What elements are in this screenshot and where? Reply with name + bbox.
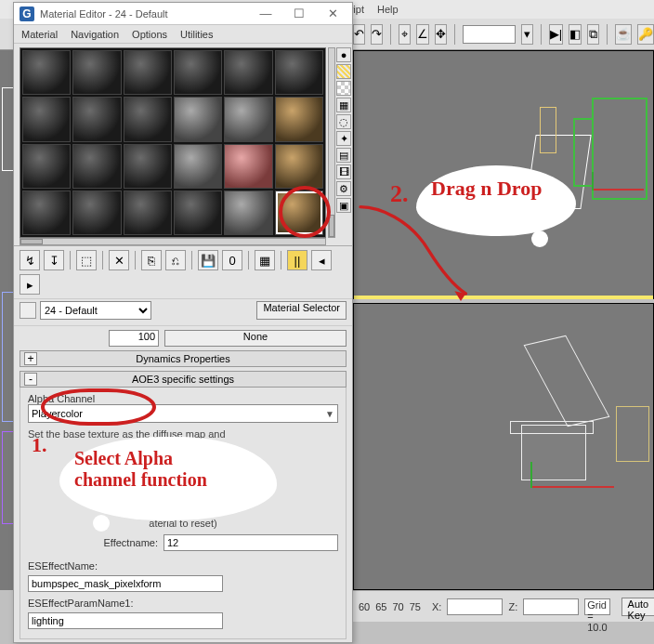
tick-65: 65 — [375, 601, 386, 612]
menu-options[interactable]: Options — [132, 29, 167, 40]
eseffectparamname1-field[interactable] — [28, 612, 223, 629]
select-by-mat-icon[interactable]: ▣ — [336, 198, 351, 213]
background-icon[interactable] — [336, 81, 351, 96]
make-unique-icon[interactable]: ⎌ — [165, 250, 186, 270]
coord-x-field[interactable] — [447, 598, 503, 615]
sample-slot[interactable] — [174, 50, 222, 95]
sample-slot[interactable] — [174, 191, 222, 235]
make-copy-icon[interactable]: ⎘ — [141, 250, 162, 270]
toolbar-sep — [454, 24, 455, 45]
backlight-icon[interactable] — [336, 64, 351, 79]
sample-slot[interactable] — [22, 191, 71, 235]
go-parent-icon[interactable]: ◂ — [311, 250, 332, 270]
put-to-scene-icon[interactable]: ↧ — [44, 250, 64, 270]
angle-snap-icon[interactable]: ∠ — [416, 24, 429, 45]
expand-icon[interactable]: + — [24, 352, 37, 365]
material-name-combo[interactable]: 24 - Default — [40, 301, 151, 320]
camera-icon[interactable]: ▤ — [336, 148, 351, 163]
put-to-library-icon[interactable]: 💾 — [198, 250, 218, 270]
go-sibling-icon[interactable]: ▸ — [20, 274, 40, 295]
align-icon[interactable]: ◧ — [569, 24, 582, 45]
alpha-channel-combo[interactable]: Playercolor ▼ — [28, 404, 338, 423]
get-material-icon[interactable]: ↯ — [20, 250, 40, 270]
sample-slot[interactable] — [72, 97, 121, 141]
eseffectname-field[interactable] — [28, 575, 223, 592]
maximize-button[interactable]: ☐ — [285, 5, 313, 23]
assign-to-selection-icon[interactable]: ⬚ — [76, 250, 97, 270]
sample-slot[interactable] — [174, 97, 222, 141]
eyedropper-icon[interactable] — [20, 302, 36, 319]
sample-slot-selected[interactable] — [275, 191, 323, 235]
sample-slot[interactable] — [124, 97, 172, 141]
sample-slot[interactable] — [275, 50, 323, 95]
sample-slot[interactable] — [72, 191, 121, 235]
close-button[interactable]: ✕ — [319, 5, 347, 23]
rollout-header[interactable]: + Dynamics Properties — [20, 350, 347, 367]
opacity-spinner[interactable]: 100 — [109, 330, 159, 347]
sample-slot[interactable] — [275, 144, 323, 189]
sample-slot[interactable] — [275, 97, 323, 141]
light-icon[interactable]: ✦ — [336, 131, 351, 146]
rollout-header[interactable]: - AOE3 specific settings — [20, 371, 347, 388]
teapot-icon[interactable]: ☕ — [615, 24, 632, 45]
menu-navigation[interactable]: Navigation — [71, 29, 119, 40]
scrollbar-horizontal[interactable] — [20, 238, 326, 245]
scrollbar-vertical[interactable] — [328, 47, 335, 238]
viewport-top[interactable] — [353, 50, 654, 299]
coord-z-field[interactable] — [523, 598, 579, 615]
sample-slot[interactable] — [124, 191, 172, 235]
tick-60: 60 — [359, 601, 370, 612]
window-titlebar[interactable]: G Material Editor - 24 - Default — ☐ ✕ — [14, 3, 352, 25]
toolbar-sep — [390, 24, 391, 45]
sample-slot[interactable] — [174, 144, 222, 189]
reset-icon[interactable]: ✕ — [109, 250, 129, 270]
sample-slot[interactable] — [22, 97, 71, 141]
sample-slot[interactable] — [224, 97, 272, 141]
menu-help[interactable]: Help — [377, 4, 399, 15]
minimize-button[interactable]: — — [252, 5, 280, 23]
sample-slot[interactable] — [22, 144, 71, 189]
sample-slot[interactable] — [72, 144, 121, 189]
toolbar-sep — [607, 24, 608, 45]
sample-slot[interactable] — [224, 50, 272, 95]
disable-icon[interactable]: ◌ — [336, 114, 351, 129]
axis-constraint-icon[interactable]: ✥ — [435, 24, 447, 45]
named-selection-combo[interactable] — [463, 25, 516, 44]
combo-dropdown-icon[interactable]: ▾ — [521, 24, 533, 45]
collapse-icon[interactable]: - — [24, 373, 37, 386]
effectname-field[interactable] — [164, 534, 338, 551]
undo-icon[interactable]: ↶ — [353, 24, 365, 45]
sample-slot[interactable] — [124, 144, 172, 189]
material-type-button[interactable]: Material Selector — [256, 301, 347, 320]
sample-slot[interactable] — [72, 50, 121, 95]
layer-icon[interactable]: ⧉ — [587, 24, 599, 45]
sample-uv-icon[interactable]: ▦ — [336, 98, 351, 112]
sample-slot[interactable] — [224, 144, 272, 189]
sample-slot[interactable] — [224, 191, 272, 235]
map-slot-button[interactable]: None — [164, 330, 347, 347]
key-icon[interactable]: 🔑 — [637, 24, 654, 45]
scrollbar-thumb[interactable] — [20, 239, 43, 244]
sample-slot[interactable] — [124, 50, 172, 95]
show-in-viewport-icon[interactable]: ▦ — [255, 250, 275, 270]
sample-type-icon[interactable]: ● — [336, 47, 351, 62]
film-icon[interactable]: 🎞 — [336, 164, 351, 179]
sep — [191, 251, 192, 269]
menu-utilities[interactable]: Utilities — [180, 29, 213, 40]
snap-toggle-icon[interactable]: ⌖ — [399, 24, 411, 45]
auto-key-button[interactable]: Auto Key — [621, 598, 654, 616]
mat-id-icon[interactable]: 0 — [222, 250, 242, 270]
sample-slot[interactable] — [22, 50, 71, 95]
eseffectname-label: ESEffectName: — [28, 560, 98, 572]
mirror-icon[interactable]: ▶| — [549, 24, 563, 45]
scrollbar-thumb[interactable] — [329, 215, 334, 237]
options-icon[interactable]: ⚙ — [336, 181, 351, 196]
tick-75: 75 — [410, 601, 421, 612]
material-editor-window: G Material Editor - 24 - Default — ☐ ✕ M… — [13, 2, 353, 643]
sep — [135, 251, 136, 269]
menu-material[interactable]: Material — [21, 29, 58, 40]
viewport-perspective[interactable] — [353, 303, 654, 590]
show-end-result-icon[interactable]: || — [287, 250, 307, 270]
grid-readout: Grid = 10.0 — [584, 598, 609, 615]
redo-icon[interactable]: ↷ — [371, 24, 383, 45]
